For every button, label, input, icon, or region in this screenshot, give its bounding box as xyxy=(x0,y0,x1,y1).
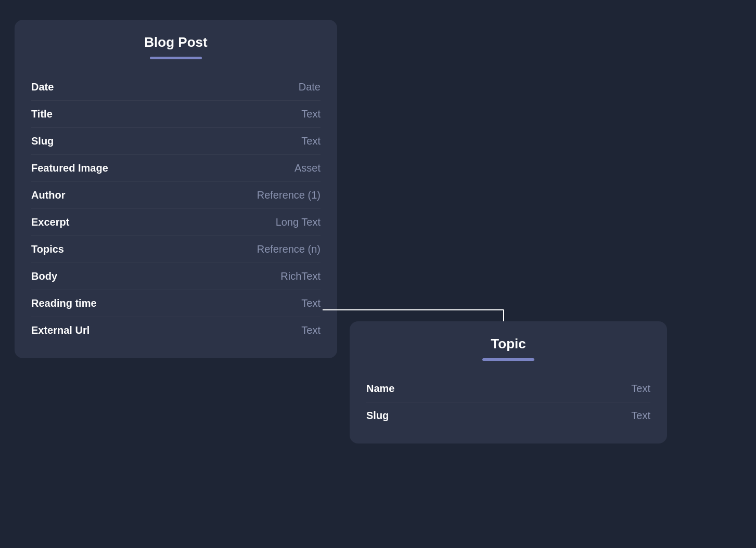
field-name-topic-slug: Slug xyxy=(366,410,389,422)
blog-post-divider xyxy=(150,57,202,59)
field-name-excerpt: Excerpt xyxy=(31,216,69,228)
blog-post-card: Blog Post Date Date Title Text Slug Text… xyxy=(15,20,337,358)
field-type-topic-name: Text xyxy=(631,383,650,395)
table-row: Date Date xyxy=(31,74,321,101)
table-row: Title Text xyxy=(31,101,321,128)
table-row: External Url Text xyxy=(31,317,321,344)
field-type-slug: Text xyxy=(301,135,321,147)
topic-title: Topic xyxy=(366,336,650,352)
field-type-excerpt: Long Text xyxy=(276,216,321,228)
topic-divider xyxy=(482,358,534,361)
table-row: Slug Text xyxy=(31,128,321,155)
field-name-topic-name: Name xyxy=(366,383,394,395)
field-name-reading-time: Reading time xyxy=(31,297,97,309)
field-type-reading-time: Text xyxy=(301,297,321,309)
field-name-slug: Slug xyxy=(31,135,54,147)
table-row: Topics Reference (n) xyxy=(31,236,321,263)
field-type-featured-image: Asset xyxy=(294,162,321,174)
field-type-topics: Reference (n) xyxy=(257,243,321,255)
field-type-external-url: Text xyxy=(301,324,321,336)
table-row: Reading time Text xyxy=(31,290,321,317)
field-type-title: Text xyxy=(301,108,321,120)
table-row: Name Text xyxy=(366,375,650,402)
field-name-topics: Topics xyxy=(31,243,64,255)
table-row: Featured Image Asset xyxy=(31,155,321,182)
field-type-date: Date xyxy=(299,81,321,93)
table-row: Author Reference (1) xyxy=(31,182,321,209)
canvas: Blog Post Date Date Title Text Slug Text… xyxy=(0,0,756,548)
table-row: Excerpt Long Text xyxy=(31,209,321,236)
field-name-title: Title xyxy=(31,108,53,120)
field-type-topic-slug: Text xyxy=(631,410,650,422)
field-name-body: Body xyxy=(31,270,57,282)
table-row: Body RichText xyxy=(31,263,321,290)
field-name-external-url: External Url xyxy=(31,324,89,336)
field-name-date: Date xyxy=(31,81,54,93)
blog-post-title: Blog Post xyxy=(31,34,321,50)
table-row: Slug Text xyxy=(366,402,650,429)
field-type-author: Reference (1) xyxy=(257,189,321,201)
field-name-featured-image: Featured Image xyxy=(31,162,108,174)
field-type-body: RichText xyxy=(280,270,321,282)
field-name-author: Author xyxy=(31,189,66,201)
topic-card: Topic Name Text Slug Text xyxy=(350,321,667,443)
